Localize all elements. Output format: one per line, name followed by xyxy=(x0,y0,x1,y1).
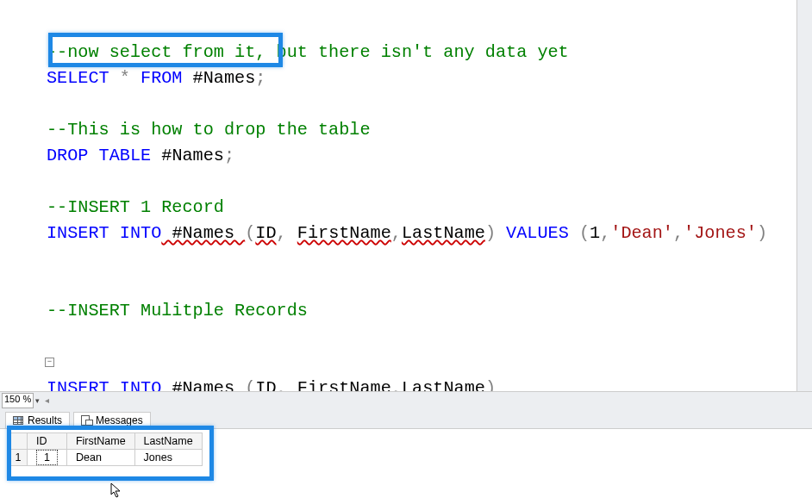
comma: , xyxy=(277,378,287,391)
comma: , xyxy=(391,378,402,391)
val-1: 1 xyxy=(590,223,600,243)
messages-icon xyxy=(81,415,91,426)
col-id: ID xyxy=(255,378,276,391)
paren: ( xyxy=(245,378,255,391)
str-jones: 'Jones' xyxy=(684,223,757,243)
code-area[interactable]: --now select from it, but there isn't an… xyxy=(0,0,812,391)
col-header-firstname[interactable]: FirstName xyxy=(66,433,134,450)
tab-messages[interactable]: Messages xyxy=(73,412,151,428)
kw-table: TABLE xyxy=(88,146,151,165)
cell-firstname[interactable]: Dean xyxy=(66,450,134,466)
kw-values: VALUES xyxy=(506,223,569,243)
cell-id[interactable]: 1 xyxy=(28,450,67,466)
code-comment: --INSERT Mulitple Records xyxy=(47,301,308,320)
comma: , xyxy=(673,223,684,243)
paren: ) xyxy=(485,378,496,391)
results-pane: ID FirstName LastName 1 1 Dean Jones xyxy=(0,432,812,466)
cell-lastname[interactable]: Jones xyxy=(134,450,202,466)
vertical-scrollbar[interactable] xyxy=(796,0,812,391)
col-lastname: LastName xyxy=(402,378,485,391)
tab-label: Results xyxy=(28,414,62,426)
zoom-select[interactable]: 150 % xyxy=(2,393,34,408)
paren: ) xyxy=(485,223,506,243)
tbl-names: #Names xyxy=(151,146,224,165)
chevron-down-icon[interactable]: ▾ xyxy=(35,396,40,405)
code-comment: --now select from it, but there isn't an… xyxy=(47,42,569,62)
kw-into: INTO xyxy=(109,378,162,391)
kw-insert: INSERT xyxy=(47,223,109,243)
mouse-cursor-icon xyxy=(110,482,124,500)
code-comment: --This is how to drop the table xyxy=(47,120,371,140)
paren: ( xyxy=(245,223,255,243)
comma: , xyxy=(600,223,610,243)
code-star: * xyxy=(109,68,141,88)
results-tabs: Results Messages xyxy=(0,408,812,429)
col-header-id[interactable]: ID xyxy=(28,433,67,450)
nav-arrow-icon[interactable]: ◂ xyxy=(45,395,49,405)
kw-from: FROM xyxy=(141,68,182,88)
code-semicolon: ; xyxy=(224,146,234,165)
paren: ) xyxy=(757,223,767,243)
tab-label: Messages xyxy=(96,414,143,426)
zoom-bar: 150 % ▾ ◂ xyxy=(0,391,812,408)
code-comment: --INSERT 1 Record xyxy=(47,197,224,217)
col-lastname: LastName xyxy=(402,223,485,243)
sql-editor[interactable]: --now select from it, but there isn't an… xyxy=(0,0,812,391)
space xyxy=(287,223,297,243)
space xyxy=(287,378,297,391)
col-header-lastname[interactable]: LastName xyxy=(134,433,202,450)
kw-drop: DROP xyxy=(47,146,88,165)
code-semicolon: ; xyxy=(255,68,265,88)
tab-results[interactable]: Results xyxy=(5,412,70,428)
col-firstname: FirstName xyxy=(297,223,391,243)
col-id: ID xyxy=(255,223,276,243)
kw-insert: INSERT xyxy=(47,378,109,391)
results-grid-icon xyxy=(13,416,23,425)
results-table[interactable]: ID FirstName LastName 1 1 Dean Jones xyxy=(9,432,203,466)
kw-into: INTO xyxy=(109,223,162,243)
table-row[interactable]: 1 1 Dean Jones xyxy=(9,450,203,466)
fold-toggle-icon[interactable]: − xyxy=(45,358,54,367)
corner-cell xyxy=(9,433,28,450)
tbl-names: #Names xyxy=(183,68,256,88)
comma: , xyxy=(391,223,402,243)
tbl-names: #Names xyxy=(161,378,245,391)
comma: , xyxy=(277,223,287,243)
col-firstname: FirstName xyxy=(297,378,391,391)
kw-select: SELECT xyxy=(47,68,109,88)
row-number[interactable]: 1 xyxy=(9,450,28,466)
paren: ( xyxy=(569,223,590,243)
cell-id-value: 1 xyxy=(36,450,58,465)
tbl-names: #Names xyxy=(161,223,245,243)
str-dean: 'Dean' xyxy=(610,223,673,243)
